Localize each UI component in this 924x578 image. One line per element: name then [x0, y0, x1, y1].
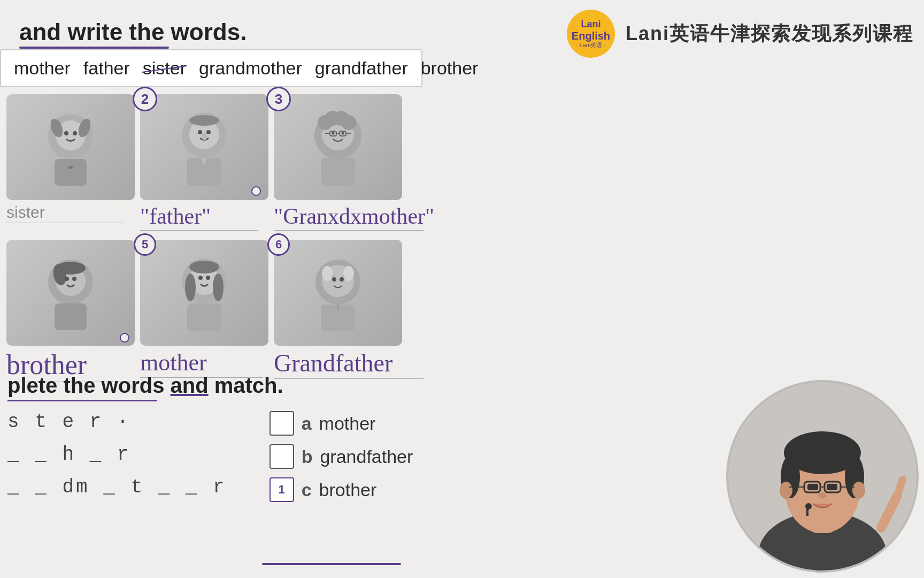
- opt-letter-b: b: [302, 446, 313, 467]
- svg-point-41: [206, 276, 210, 280]
- teacher-overlay: [726, 380, 919, 573]
- svg-point-40: [198, 276, 203, 280]
- word-father: father: [83, 58, 130, 79]
- title-text2: match.: [209, 374, 283, 397]
- image-5: 5: [140, 240, 268, 346]
- svg-rect-70: [806, 506, 808, 516]
- svg-point-58: [852, 482, 865, 499]
- character-grandma-svg: [301, 104, 375, 190]
- grid-cell-2: 2 "father": [140, 94, 268, 231]
- svg-rect-59: [807, 484, 818, 490]
- svg-point-25: [332, 132, 335, 135]
- grid-cell-6: 6 Grandfather: [274, 240, 424, 382]
- grid-cell-4: brother: [6, 240, 135, 382]
- logo-line3: · Lani英语 ·: [576, 42, 605, 48]
- title-text: plete the words: [7, 374, 171, 397]
- svg-point-32: [65, 277, 69, 281]
- bottom-title: plete the words and match.: [0, 374, 699, 398]
- svg-point-39: [213, 273, 224, 301]
- image-2: 2: [140, 94, 268, 200]
- word-bank: mother father sister grandmother grandfa…: [0, 49, 422, 87]
- svg-rect-42: [187, 303, 221, 331]
- brand-text: Lani英语牛津探索发现系列课程: [626, 21, 913, 47]
- bottom-underline: [7, 400, 157, 401]
- answer-1: sister: [6, 203, 124, 223]
- checkbox-a[interactable]: [270, 411, 294, 436]
- answer-3: "Granxdxmother": [274, 203, 424, 231]
- svg-point-37: [189, 261, 219, 273]
- opt-word-a: mother: [319, 413, 376, 434]
- logo-line1: Lani: [581, 19, 600, 30]
- svg-point-48: [340, 277, 344, 282]
- character-mother-svg: [167, 250, 242, 336]
- grid-row-1: sister 2 "father" 3: [0, 90, 430, 235]
- svg-point-46: [343, 266, 354, 281]
- instruction-text: and write the words.: [11, 19, 247, 49]
- opt-letter-c: c: [302, 480, 312, 500]
- dot-2: [251, 186, 261, 196]
- grid-row-2: brother 5 mother 6: [0, 235, 430, 386]
- logo: Lani English · Lani英语 ·: [567, 10, 615, 58]
- svg-point-2: [64, 131, 68, 135]
- svg-rect-27: [321, 158, 355, 186]
- svg-point-38: [185, 273, 196, 301]
- svg-point-57: [780, 482, 792, 499]
- option-c: 1 c brother: [270, 477, 413, 502]
- word-brother: brother: [421, 58, 479, 79]
- checkbox-b[interactable]: [270, 444, 294, 469]
- bottom-content: s t e r · _ _ h _ r _ _ dm _ t _ _ r a m…: [0, 411, 699, 502]
- image-3: 3: [274, 94, 402, 200]
- word-mother: mother: [14, 58, 71, 79]
- brother-underline: [262, 563, 401, 565]
- checkbox-c[interactable]: 1: [270, 477, 294, 502]
- svg-point-33: [72, 277, 76, 281]
- image-6: 6: [274, 240, 402, 346]
- number-badge-2: 2: [133, 87, 157, 111]
- svg-rect-60: [827, 484, 837, 490]
- dot-4: [120, 333, 129, 343]
- svg-rect-6: [55, 159, 87, 186]
- answer-2: "father": [140, 203, 258, 231]
- fill-3: _ _ dm _ t _ _ r: [7, 476, 227, 498]
- number-badge-5: 5: [134, 233, 156, 256]
- svg-point-13: [202, 133, 207, 140]
- character-brother-svg: [33, 250, 108, 336]
- svg-point-10: [206, 130, 211, 134]
- fill-2: _ _ h _ r: [7, 444, 227, 466]
- svg-point-9: [198, 130, 202, 134]
- svg-point-19: [341, 115, 356, 130]
- grid-cell-1: sister: [6, 94, 135, 231]
- word-sister: sister: [143, 58, 186, 79]
- svg-point-11: [189, 115, 219, 126]
- brand-area: Lani English · Lani英语 · Lani英语牛津探索发现系列课程: [567, 10, 913, 58]
- image-4: [6, 240, 135, 346]
- match-options: a mother b grandfather 1 c brother: [270, 411, 413, 502]
- svg-rect-34: [55, 303, 87, 330]
- strikethrough: [142, 65, 187, 73]
- opt-word-c: brother: [319, 480, 377, 500]
- bottom-section: plete the words and match. s t e r · _ _…: [0, 374, 699, 502]
- logo-line2: English: [572, 30, 610, 42]
- character-girl-svg: [33, 104, 108, 190]
- character-boy-svg: [167, 104, 242, 190]
- svg-point-47: [332, 277, 336, 282]
- teacher-svg: [732, 389, 913, 571]
- svg-point-45: [322, 266, 333, 281]
- title-and: and: [171, 374, 209, 397]
- opt-word-b: grandfather: [320, 446, 413, 467]
- header-title: and write the words.: [11, 19, 247, 45]
- svg-point-26: [342, 132, 344, 135]
- grid-cell-5: 5 mother: [140, 240, 268, 382]
- word-grandfather: grandfather: [315, 58, 408, 79]
- fill-words: s t e r · _ _ h _ r _ _ dm _ t _ _ r: [7, 411, 227, 502]
- grid-cell-3: 3: [274, 94, 424, 231]
- svg-point-66: [818, 492, 827, 499]
- svg-point-3: [73, 131, 77, 135]
- opt-letter-a: a: [302, 413, 312, 434]
- svg-line-68: [897, 480, 903, 496]
- option-a: a mother: [270, 411, 413, 436]
- header-underline: [19, 47, 169, 49]
- number-badge-6: 6: [267, 233, 290, 256]
- number-badge-3: 3: [266, 87, 291, 111]
- option-b: b grandfather: [270, 444, 413, 469]
